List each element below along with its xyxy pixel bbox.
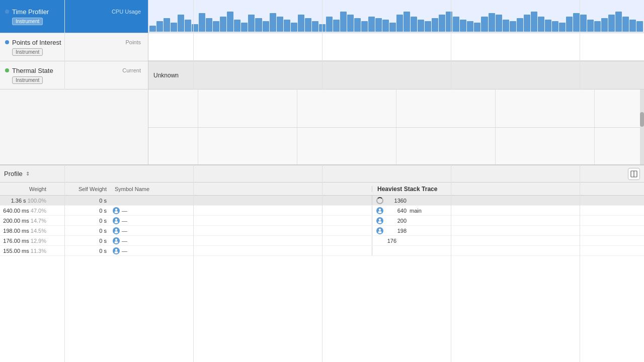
main-container: Time Profiler CPU Usage Instrument [0, 0, 644, 362]
chart-left [0, 89, 148, 164]
chart-right [148, 89, 644, 164]
points-vert-lines [0, 0, 644, 362]
chart-area [0, 89, 644, 165]
scrollbar-thumb [640, 112, 644, 127]
points-track [148, 33, 644, 61]
points-row: Points of Interest Points Instrument [0, 33, 644, 61]
scrollbar[interactable] [640, 89, 644, 164]
chart-horiz-sep [148, 127, 644, 128]
